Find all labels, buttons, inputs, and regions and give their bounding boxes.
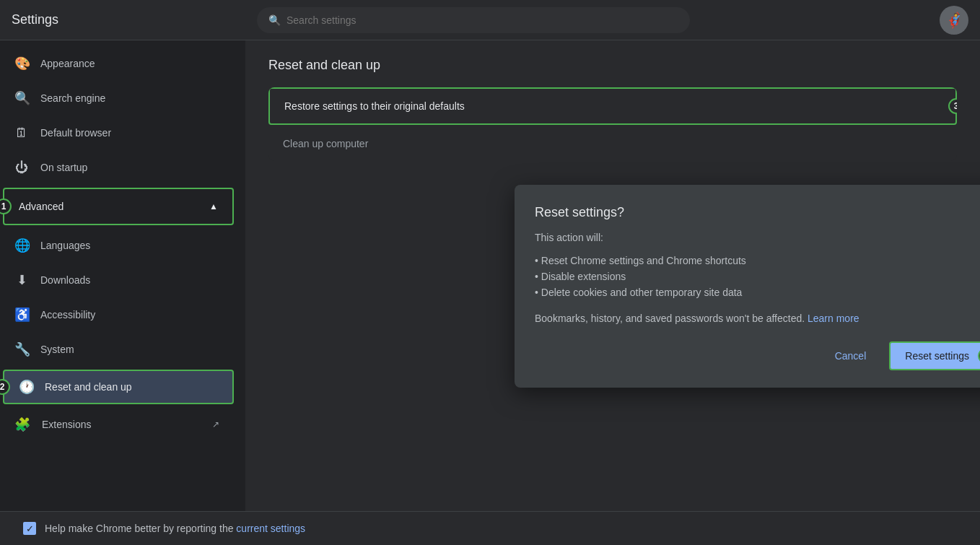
sidebar-item-default-browser[interactable]: 🗓 Default browser	[0, 115, 234, 150]
system-icon: 🔧	[14, 341, 29, 357]
cancel-button[interactable]: Cancel	[821, 343, 881, 369]
sidebar-item-label: Reset and clean up	[45, 381, 132, 393]
reset-icon: 🕐	[19, 379, 33, 395]
section-title: Reset and clean up	[268, 58, 957, 73]
settings-card: Restore settings to their original defau…	[268, 87, 957, 161]
sidebar-item-label: Downloads	[40, 274, 90, 286]
on-startup-icon: ⏻	[14, 160, 29, 175]
reset-settings-button[interactable]: Reset settings	[889, 341, 980, 370]
extensions-label: Extensions	[42, 419, 91, 430]
sidebar-item-label: System	[40, 344, 74, 355]
sidebar-item-languages[interactable]: 🌐 Languages	[0, 228, 234, 263]
sidebar-item-downloads[interactable]: ⬇ Downloads	[0, 263, 234, 297]
search-engine-icon: 🔍	[14, 90, 29, 106]
dialog-note: Bookmarks, history, and saved passwords …	[535, 313, 980, 324]
sidebar-item-extensions[interactable]: 🧩 Extensions ↗	[0, 407, 234, 442]
current-settings-link[interactable]: current settings	[236, 523, 305, 534]
sidebar-item-label: Search engine	[40, 92, 105, 104]
extensions-icon: 🧩	[14, 417, 30, 432]
cleanup-row[interactable]: Clean up computer	[268, 126, 957, 161]
content-area: Reset and clean up Restore settings to t…	[245, 40, 980, 511]
sidebar-item-label: On startup	[40, 162, 87, 173]
app-title: Settings	[12, 12, 257, 27]
avatar[interactable]: 🦸	[940, 6, 968, 35]
restore-badge: 3	[948, 98, 957, 114]
dialog-list-item-2: • Disable extensions	[535, 271, 980, 282]
sidebar-item-reset[interactable]: 2 🕐 Reset and clean up	[3, 370, 234, 404]
bottom-bar: ✓ Help make Chrome better by reporting t…	[0, 511, 980, 545]
chevron-up-icon: ▲	[209, 201, 218, 212]
dialog-title: Reset settings?	[535, 205, 980, 220]
reset-dialog: Reset settings? This action will: • Rese…	[515, 185, 980, 388]
advanced-badge: 1	[0, 199, 12, 214]
search-input[interactable]	[286, 14, 678, 26]
appearance-icon: 🎨	[14, 56, 29, 71]
restore-label: Restore settings to their original defau…	[284, 100, 465, 112]
learn-more-link[interactable]: Learn more	[808, 313, 859, 324]
reset-badge: 2	[0, 379, 10, 395]
default-browser-icon: 🗓	[14, 126, 29, 141]
restore-row[interactable]: Restore settings to their original defau…	[268, 87, 957, 125]
dialog-footer: Cancel Reset settings 4	[535, 341, 980, 370]
search-icon: 🔍	[268, 14, 281, 26]
sidebar-item-label: Default browser	[40, 127, 111, 139]
dialog-subtitle: This action will:	[535, 232, 980, 243]
sidebar: 🎨 Appearance 🔍 Search engine 🗓 Default b…	[0, 40, 245, 511]
sidebar-item-on-startup[interactable]: ⏻ On startup	[0, 150, 234, 185]
dialog-list-item-3: • Delete cookies and other temporary sit…	[535, 287, 980, 298]
sidebar-item-label: Appearance	[40, 58, 95, 69]
cleanup-label: Clean up computer	[283, 138, 368, 149]
sidebar-item-label: Accessibility	[40, 309, 95, 321]
help-checkbox[interactable]: ✓	[23, 522, 36, 535]
sidebar-section-advanced[interactable]: 1 Advanced ▲	[3, 188, 234, 225]
search-bar[interactable]: 🔍	[257, 7, 690, 33]
accessibility-icon: ♿	[14, 307, 29, 323]
advanced-label: Advanced	[19, 201, 64, 212]
sidebar-item-appearance[interactable]: 🎨 Appearance	[0, 46, 234, 81]
sidebar-item-accessibility[interactable]: ♿ Accessibility	[0, 297, 234, 332]
sidebar-item-label: Languages	[40, 240, 90, 251]
languages-icon: 🌐	[14, 237, 29, 253]
sidebar-item-system[interactable]: 🔧 System	[0, 332, 234, 367]
main-layout: 🎨 Appearance 🔍 Search engine 🗓 Default b…	[0, 40, 980, 511]
dialog-list-item-1: • Reset Chrome settings and Chrome short…	[535, 255, 980, 266]
external-link-icon: ↗	[212, 419, 219, 430]
header: Settings 🔍 🦸	[0, 0, 980, 40]
downloads-icon: ⬇	[14, 272, 29, 288]
dialog-list: • Reset Chrome settings and Chrome short…	[535, 255, 980, 298]
bottom-text: Help make Chrome better by reporting the…	[45, 523, 305, 534]
sidebar-item-search-engine[interactable]: 🔍 Search engine	[0, 81, 234, 115]
